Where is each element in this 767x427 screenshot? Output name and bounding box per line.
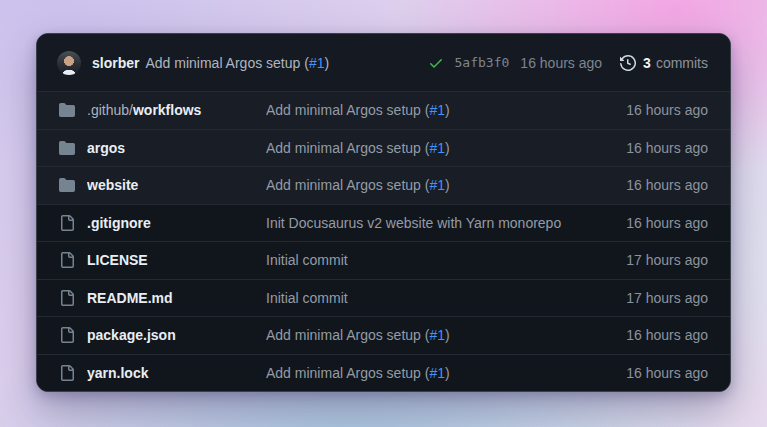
row-commit-time: 16 hours ago bbox=[626, 215, 708, 231]
row-commit-message-link[interactable]: Add minimal Argos setup bbox=[266, 140, 421, 156]
table-row[interactable]: website Add minimal Argos setup (#1) 16 … bbox=[37, 166, 730, 204]
commit-history-link[interactable]: 3 commits bbox=[620, 55, 708, 71]
file-name-link[interactable]: README.md bbox=[87, 290, 173, 306]
table-row[interactable]: yarn.lock Add minimal Argos setup (#1) 1… bbox=[37, 354, 730, 392]
row-commit-time: 16 hours ago bbox=[626, 365, 708, 381]
pr-link[interactable]: #1 bbox=[429, 365, 445, 381]
file-icon bbox=[59, 327, 75, 343]
row-commit-message-link[interactable]: Add minimal Argos setup bbox=[266, 177, 421, 193]
pr-link[interactable]: #1 bbox=[429, 177, 445, 193]
pr-link[interactable]: #1 bbox=[429, 140, 445, 156]
file-icon bbox=[59, 290, 75, 306]
file-icon bbox=[59, 252, 75, 268]
file-name-link[interactable]: website bbox=[87, 177, 138, 193]
commits-label: commits bbox=[656, 55, 708, 71]
file-name-cell: LICENSE bbox=[87, 252, 266, 268]
row-commit-message-link[interactable]: Add minimal Argos setup bbox=[266, 365, 421, 381]
table-row[interactable]: LICENSE Initial commit 17 hours ago bbox=[37, 241, 730, 279]
history-clock-icon bbox=[620, 55, 636, 71]
latest-commit-header: slorber Add minimal Argos setup (#1) 5af… bbox=[37, 34, 730, 91]
row-commit-time: 16 hours ago bbox=[626, 102, 708, 118]
repo-file-browser: slorber Add minimal Argos setup (#1) 5af… bbox=[36, 33, 731, 392]
row-commit-message-link[interactable]: Initial commit bbox=[266, 290, 348, 306]
file-table: .github/workflows Add minimal Argos setu… bbox=[37, 91, 730, 391]
file-name-cell: .github/workflows bbox=[87, 102, 266, 118]
row-commit-message-link[interactable]: Initial commit bbox=[266, 252, 348, 268]
file-name-cell: website bbox=[87, 177, 266, 193]
commit-header-right: 5afb3f0 16 hours ago 3 commits bbox=[428, 55, 708, 71]
avatar[interactable] bbox=[57, 51, 81, 75]
pr-link[interactable]: #1 bbox=[429, 102, 445, 118]
row-commit-time: 16 hours ago bbox=[626, 327, 708, 343]
file-name-link[interactable]: package.json bbox=[87, 327, 176, 343]
file-name-cell: argos bbox=[87, 140, 266, 156]
commit-hash-link[interactable]: 5afb3f0 bbox=[455, 55, 510, 70]
file-name-link[interactable]: argos bbox=[87, 140, 125, 156]
file-icon bbox=[59, 215, 75, 231]
check-status-icon[interactable] bbox=[428, 55, 444, 71]
file-name-link[interactable]: .gitignore bbox=[87, 215, 151, 231]
commit-message-link[interactable]: Add minimal Argos setup bbox=[145, 55, 300, 71]
commit-time: 16 hours ago bbox=[520, 55, 602, 71]
file-name-cell: yarn.lock bbox=[87, 365, 266, 381]
row-commit-time: 17 hours ago bbox=[626, 290, 708, 306]
commit-message-paren: ) bbox=[324, 55, 329, 71]
row-commit-message-link[interactable]: Init Docusaurus v2 website with Yarn mon… bbox=[266, 215, 561, 231]
file-name-link[interactable]: workflows bbox=[133, 102, 201, 118]
commit-message-paren: ( bbox=[300, 55, 309, 71]
file-name-prefix[interactable]: .github/ bbox=[87, 102, 133, 118]
file-name-cell: .gitignore bbox=[87, 215, 266, 231]
commit-message-cell: Add minimal Argos setup (#1) bbox=[266, 102, 614, 118]
row-commit-time: 16 hours ago bbox=[626, 140, 708, 156]
row-commit-time: 17 hours ago bbox=[626, 252, 708, 268]
commit-author-link[interactable]: slorber bbox=[92, 55, 139, 71]
commit-message-cell: Init Docusaurus v2 website with Yarn mon… bbox=[266, 215, 614, 231]
folder-icon bbox=[59, 140, 75, 156]
table-row[interactable]: .gitignore Init Docusaurus v2 website wi… bbox=[37, 204, 730, 242]
file-name-cell: README.md bbox=[87, 290, 266, 306]
pr-link[interactable]: #1 bbox=[309, 55, 325, 71]
file-name-cell: package.json bbox=[87, 327, 266, 343]
table-row[interactable]: README.md Initial commit 17 hours ago bbox=[37, 279, 730, 317]
folder-icon bbox=[59, 102, 75, 118]
commit-message-cell: Initial commit bbox=[266, 290, 614, 306]
commit-message-cell: Add minimal Argos setup (#1) bbox=[266, 327, 614, 343]
row-commit-message-link[interactable]: Add minimal Argos setup bbox=[266, 102, 421, 118]
commit-message-cell: Initial commit bbox=[266, 252, 614, 268]
file-name-link[interactable]: LICENSE bbox=[87, 252, 148, 268]
commit-message-cell: Add minimal Argos setup (#1) bbox=[266, 177, 614, 193]
table-row[interactable]: argos Add minimal Argos setup (#1) 16 ho… bbox=[37, 129, 730, 167]
file-name-link[interactable]: yarn.lock bbox=[87, 365, 148, 381]
commits-count: 3 bbox=[643, 55, 651, 71]
row-commit-message-link[interactable]: Add minimal Argos setup bbox=[266, 327, 421, 343]
commit-message-cell: Add minimal Argos setup (#1) bbox=[266, 365, 614, 381]
row-commit-time: 16 hours ago bbox=[626, 177, 708, 193]
folder-icon bbox=[59, 177, 75, 193]
pr-link[interactable]: #1 bbox=[429, 327, 445, 343]
file-icon bbox=[59, 365, 75, 381]
table-row[interactable]: package.json Add minimal Argos setup (#1… bbox=[37, 316, 730, 354]
table-row[interactable]: .github/workflows Add minimal Argos setu… bbox=[37, 91, 730, 129]
commit-message-cell: Add minimal Argos setup (#1) bbox=[266, 140, 614, 156]
